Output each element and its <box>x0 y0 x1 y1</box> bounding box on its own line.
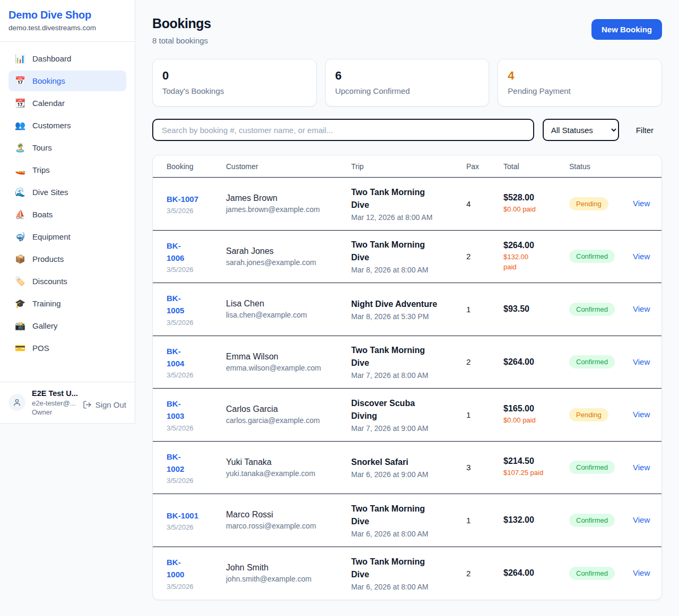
view-link[interactable]: View <box>633 568 650 577</box>
booking-number-link[interactable]: BK-1006 <box>167 241 184 262</box>
sidebar-item-label: Products <box>32 254 64 263</box>
booking-number-link[interactable]: BK-1007 <box>167 195 198 204</box>
search-input[interactable] <box>152 119 534 141</box>
total-amount: $264.00 <box>503 357 569 367</box>
sidebar-item-products[interactable]: 📦 Products <box>8 249 126 269</box>
total-amount: $132.00 <box>503 515 569 525</box>
booking-number-link[interactable]: BK-1000 <box>167 558 184 579</box>
trip-datetime: Mar 6, 2026 at 8:00 AM <box>351 530 466 538</box>
pax-count: 4 <box>466 199 503 208</box>
trip-name: Night Dive Adventure <box>351 298 441 311</box>
status-select[interactable]: All Statuses <box>543 119 619 141</box>
customer-name: Sarah Jones <box>226 247 351 256</box>
customer-email: yuki.tanaka@example.com <box>226 469 351 478</box>
person-icon <box>13 398 21 407</box>
view-link[interactable]: View <box>633 199 650 208</box>
view-link[interactable]: View <box>633 304 650 313</box>
sidebar-item-label: POS <box>32 344 49 353</box>
pax-count: 3 <box>466 463 503 472</box>
tag-icon: 🏷️ <box>15 276 25 286</box>
sidebar-item-boats[interactable]: ⛵ Boats <box>8 204 126 225</box>
sidebar-item-trips[interactable]: 🚤 Trips <box>8 160 126 180</box>
sign-out-label: Sign Out <box>95 400 126 409</box>
trip-datetime: Mar 12, 2026 at 8:00 AM <box>351 213 466 222</box>
shop-domain: demo.test.divestreams.com <box>8 24 126 32</box>
diving-mask-icon: 🤿 <box>15 232 25 242</box>
view-link[interactable]: View <box>633 463 650 472</box>
shop-name[interactable]: Demo Dive Shop <box>8 9 126 21</box>
total-amount: $528.00 <box>503 193 569 203</box>
trip-datetime: Mar 7, 2026 at 9:00 AM <box>351 424 466 433</box>
booking-number-link[interactable]: BK-1001 <box>167 511 198 520</box>
sidebar-item-gallery[interactable]: 📸 Gallery <box>8 315 126 336</box>
avatar <box>8 394 25 411</box>
sign-out-button[interactable]: Sign Out <box>83 400 126 409</box>
pax-count: 1 <box>466 516 503 525</box>
trip-datetime: Mar 6, 2026 at 8:00 AM <box>351 583 466 591</box>
new-booking-button[interactable]: New Booking <box>591 19 662 40</box>
filter-button[interactable]: Filter <box>628 126 662 135</box>
total-amount: $165.00 <box>503 404 569 413</box>
total-amount: $93.50 <box>503 304 569 314</box>
booking-number-link[interactable]: BK-1003 <box>167 399 184 420</box>
user-role: Owner <box>32 408 76 416</box>
camera-icon: 📸 <box>15 321 25 331</box>
status-badge: Confirmed <box>569 514 615 527</box>
sidebar-item-dashboard[interactable]: 📊 Dashboard <box>8 48 126 69</box>
booking-number-link[interactable]: BK-1002 <box>167 452 184 473</box>
user-section: E2E Test U... e2e-tester@... Owner Sign … <box>0 382 135 423</box>
customer-email: john.smith@example.com <box>226 575 351 583</box>
customer-email: marco.rossi@example.com <box>226 522 351 530</box>
bookings-table: Booking Customer Trip Pax Total Status B… <box>152 155 662 600</box>
sidebar-item-equipment[interactable]: 🤿 Equipment <box>8 226 126 247</box>
customer-name: Carlos Garcia <box>226 404 351 414</box>
view-link[interactable]: View <box>633 410 650 419</box>
sidebar-item-customers[interactable]: 👥 Customers <box>8 115 126 136</box>
booking-number-link[interactable]: BK-1005 <box>167 294 184 315</box>
table-row: BK-1003 3/5/2026 Carlos Garcia carlos.ga… <box>153 389 661 442</box>
stat-card-todays-bookings: 0 Today's Bookings <box>152 59 317 107</box>
stat-value: 6 <box>335 69 480 83</box>
table-row: BK-1004 3/5/2026 Emma Wilson emma.wilson… <box>153 336 661 389</box>
sidebar-item-bookings[interactable]: 📅 Bookings <box>8 71 126 91</box>
sidebar-item-label: Dive Sites <box>32 188 68 197</box>
sidebar-item-calendar[interactable]: 📆 Calendar <box>8 93 126 113</box>
calendar-icon: 📅 <box>15 76 25 86</box>
booking-number-link[interactable]: BK-1004 <box>167 347 184 368</box>
sign-out-icon <box>83 400 92 409</box>
view-link[interactable]: View <box>633 515 650 524</box>
paid-amount: $0.00 paid <box>503 205 546 215</box>
sidebar-item-label: Discounts <box>32 277 67 286</box>
graduation-cap-icon: 🎓 <box>15 298 25 309</box>
tear-off-calendar-icon: 📆 <box>15 98 25 108</box>
stat-value: 0 <box>162 69 307 83</box>
table-header: Booking Customer Trip Pax Total Status <box>153 155 661 178</box>
sidebar-item-training[interactable]: 🎓 Training <box>8 293 126 314</box>
page-subtitle: 8 total bookings <box>152 36 211 45</box>
paid-amount: $107.25 paid <box>503 468 546 478</box>
sidebar-item-discounts[interactable]: 🏷️ Discounts <box>8 271 126 292</box>
sailboat-icon: ⛵ <box>15 209 25 219</box>
customer-email: sarah.jones@example.com <box>226 258 351 267</box>
sidebar-item-label: Equipment <box>32 232 71 241</box>
sidebar-item-tours[interactable]: 🏝️ Tours <box>8 137 126 158</box>
column-header-pax: Pax <box>466 162 503 171</box>
booking-date: 3/5/2026 <box>167 371 226 379</box>
view-link[interactable]: View <box>633 357 650 366</box>
sidebar: Demo Dive Shop demo.test.divestreams.com… <box>0 0 135 424</box>
table-body: BK-1007 3/5/2026 James Brown james.brown… <box>153 178 661 600</box>
view-link[interactable]: View <box>633 252 650 261</box>
status-badge: Confirmed <box>569 250 615 263</box>
main-content: Bookings 8 total bookings New Booking 0 … <box>135 0 679 600</box>
filter-row: All Statuses Filter <box>152 119 662 141</box>
customer-name: James Brown <box>226 193 351 203</box>
sidebar-item-label: Trips <box>32 165 50 174</box>
sidebar-item-dive-sites[interactable]: 🌊 Dive Sites <box>8 182 126 203</box>
booking-date: 3/5/2026 <box>167 523 226 531</box>
sidebar-item-pos[interactable]: 💳 POS <box>8 338 126 358</box>
pax-count: 2 <box>466 569 503 578</box>
wave-icon: 🌊 <box>15 187 25 197</box>
status-badge: Confirmed <box>569 355 615 368</box>
customer-name: Lisa Chen <box>226 299 351 309</box>
table-row: BK-1002 3/5/2026 Yuki Tanaka yuki.tanaka… <box>153 442 661 495</box>
